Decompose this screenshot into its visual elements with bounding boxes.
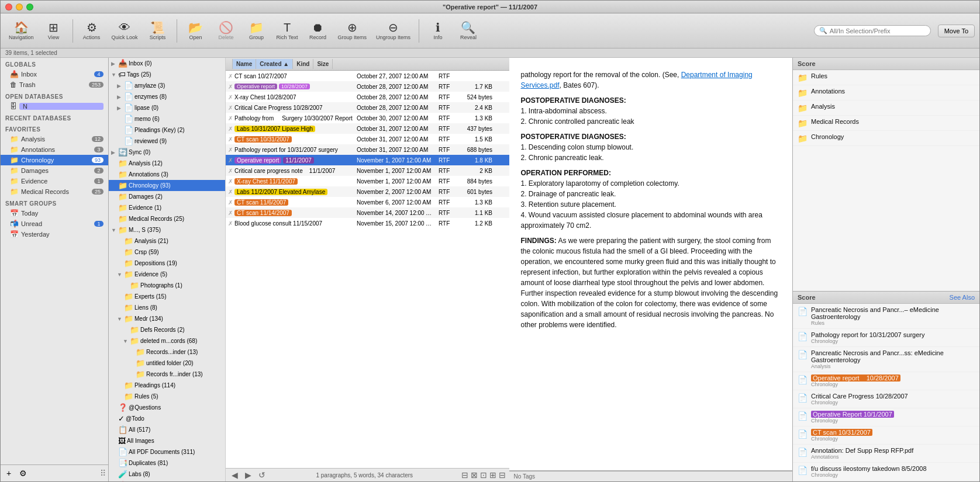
col-size[interactable]: Size bbox=[313, 59, 333, 69]
file-row[interactable]: ✗ Labs 10/31/2007 Lipase High October 31… bbox=[226, 123, 509, 134]
sidebar-item-annotations[interactable]: 📁 Annotations 3 bbox=[1, 144, 108, 155]
sidebar-item-yesterday[interactable]: 📅 Yesterday bbox=[1, 229, 108, 240]
tree-item-damages[interactable]: 📁 Damages (2) bbox=[109, 191, 225, 202]
nav-prev-button[interactable]: ◀ bbox=[229, 470, 240, 480]
see-also-item[interactable]: 📄 Pathology report for 10/31/2007 surger… bbox=[793, 329, 979, 347]
tree-item-allimages[interactable]: 🖼 All Images bbox=[109, 435, 225, 446]
search-bar[interactable]: 🔍 bbox=[814, 25, 931, 36]
file-row[interactable]: ✗ CT scan 11/14/2007 November 14, 2007 1… bbox=[226, 207, 509, 218]
tree-item-experts[interactable]: 📁 Experts (15) bbox=[109, 291, 225, 302]
ungroupitems-button[interactable]: ⊖ Ungroup Items bbox=[372, 16, 414, 46]
file-row[interactable]: ✗ Critical care progress note 11/1/2007 … bbox=[226, 165, 509, 176]
tree-item-medrecords[interactable]: 📁 Medical Records (25) bbox=[109, 213, 225, 224]
see-also-item[interactable]: 📄 Operative report 10/28/2007 Chronology bbox=[793, 372, 979, 390]
search-input[interactable] bbox=[830, 27, 923, 34]
tree-item-allpdfs[interactable]: 📄 All PDF Documents (311) bbox=[109, 446, 225, 457]
tree-item-defs[interactable]: 📁 Defs Records (2) bbox=[109, 324, 225, 335]
resize-handle[interactable]: ⠿ bbox=[100, 469, 106, 478]
view-toggle-2[interactable]: ⊠ bbox=[471, 470, 478, 480]
col-kind[interactable]: Kind bbox=[293, 59, 313, 69]
file-row[interactable]: ✗ CT scan 10/31/2007 October 31, 2007 12… bbox=[226, 134, 509, 144]
view-button[interactable]: ⊞ View bbox=[40, 16, 68, 46]
tree-item-tags[interactable]: ▼ 🏷 Tags (25) bbox=[109, 69, 225, 80]
sidebar-item-analysis[interactable]: 📁 Analysis 12 bbox=[1, 134, 108, 144]
see-also-item[interactable]: 📄 CT scan 10/31/2007 Chronology bbox=[793, 426, 979, 445]
tree-item-inbox[interactable]: ▶ 📥 Inbox (0) bbox=[109, 58, 225, 69]
nav-play-button[interactable]: ▶ bbox=[243, 470, 254, 480]
tree-item-untitled[interactable]: 📁 untitled folder (20) bbox=[109, 358, 225, 369]
sidebar-item-chronology[interactable]: 📁 Chronology 93 bbox=[1, 155, 108, 165]
tree-item-rules[interactable]: 📁 Rules (5) bbox=[109, 391, 225, 402]
record-button[interactable]: ⏺ Record bbox=[303, 16, 332, 46]
close-button[interactable] bbox=[5, 4, 12, 11]
actions-button[interactable]: ⚙ Actions bbox=[78, 16, 106, 46]
file-row[interactable]: ✗ Pathology from Surgery 10/30/2007 Repo… bbox=[226, 113, 509, 123]
see-also-item[interactable]: 📄 Pancreatic Necrosis and Pancr...– eMed… bbox=[793, 304, 979, 329]
tree-item-pleadings[interactable]: 📁 Pleadings (114) bbox=[109, 380, 225, 391]
file-row[interactable]: ✗ X-ray Chest 11/1/2007 November 1, 2007… bbox=[226, 176, 509, 186]
view-toggle-1[interactable]: ⊟ bbox=[461, 470, 468, 480]
tree-item-crsp[interactable]: 📁 Crsp (59) bbox=[109, 247, 225, 258]
sidebar-item-medrecords[interactable]: 📁 Medical Records 25 bbox=[1, 186, 108, 197]
tree-item-todo[interactable]: ✓ @Todo bbox=[109, 413, 225, 424]
tree-item-analysis[interactable]: 📁 Analysis (12) bbox=[109, 158, 225, 169]
file-row[interactable]: ✗ Critical Care Progress 10/28/2007 Octo… bbox=[226, 102, 509, 113]
tree-item-reviewed[interactable]: 📄 reviewed (9) bbox=[109, 136, 225, 147]
tree-item-deleted[interactable]: ▼ 📁 deleted m...cords (68) bbox=[109, 335, 225, 346]
doc-viewer[interactable]: pathology report for the removal of the … bbox=[509, 58, 793, 471]
add-group-button[interactable]: + bbox=[3, 467, 15, 479]
right-item-annotations[interactable]: 📁 Annotations bbox=[793, 85, 979, 100]
see-also-item[interactable]: 📄 Critical Care Progress 10/28/2007 Chro… bbox=[793, 390, 979, 408]
tree-item-photographs[interactable]: 📁 Photographs (1) bbox=[109, 280, 225, 291]
sidebar-item-today[interactable]: 📅 Today bbox=[1, 208, 108, 219]
tree-item-records-fr[interactable]: 📁 Records fr...inder (13) bbox=[109, 369, 225, 380]
tree-item-labs[interactable]: 🧪 Labs (8) bbox=[109, 469, 225, 480]
tree-item-enzymes[interactable]: ▶ 📄 enzymes (8) bbox=[109, 91, 225, 102]
right-item-medrecords-r[interactable]: 📁 Medical Records bbox=[793, 116, 979, 131]
file-row[interactable]: ✗ Pathology report for 10/31/2007 surger… bbox=[226, 144, 509, 155]
richtext-button[interactable]: T Rich Text bbox=[273, 16, 302, 46]
reveal-button[interactable]: 🔍 Reveal bbox=[454, 16, 482, 46]
tree-item-liens[interactable]: 📁 Liens (8) bbox=[109, 302, 225, 313]
sidebar-item-evidence[interactable]: 📁 Evidence 1 bbox=[1, 176, 108, 186]
see-also-item[interactable]: 📄 Pathology from Surgery 10/30/2007 Repo… bbox=[793, 481, 979, 481]
moveto-button[interactable]: Move To bbox=[938, 25, 975, 37]
view-toggle-4[interactable]: ⊞ bbox=[489, 470, 496, 480]
tree-item-ms[interactable]: ▼ 📁 M..., S (375) bbox=[109, 224, 225, 235]
tree-item-amylaze[interactable]: ▶ 📄 amylaze (3) bbox=[109, 80, 225, 91]
nav-refresh-button[interactable]: ↺ bbox=[256, 470, 268, 480]
col-created[interactable]: Created ▲ bbox=[256, 59, 293, 69]
tree-item-depositions[interactable]: 📁 Depositions (19) bbox=[109, 258, 225, 269]
tree-item-pleadings-key[interactable]: 📄 Pleadings (Key) (2) bbox=[109, 124, 225, 136]
col-name[interactable]: Name bbox=[233, 59, 256, 69]
minimize-button[interactable] bbox=[16, 4, 23, 11]
file-row[interactable]: ✗ Operative report 10/28/2007 October 28… bbox=[226, 81, 509, 92]
tree-item-lipase[interactable]: ▶ 📄 lipase (0) bbox=[109, 102, 225, 113]
file-row-selected[interactable]: ✗ Operative report 11/1/2007 November 1,… bbox=[226, 155, 509, 165]
scripts-button[interactable]: 📜 Scripts bbox=[144, 16, 172, 46]
tree-item-questions[interactable]: ❓ @Questions bbox=[109, 402, 225, 413]
file-row[interactable]: ✗ CT scan 11/6/2007 November 6, 2007 12:… bbox=[226, 197, 509, 207]
tree-item-memo[interactable]: 📄 memo (6) bbox=[109, 113, 225, 124]
file-row[interactable]: ✗ CT scan 10/27/2007 October 27, 2007 12… bbox=[226, 71, 509, 81]
maximize-button[interactable] bbox=[26, 4, 33, 11]
sidebar-item-inbox[interactable]: 📥 Inbox 4 bbox=[1, 69, 108, 79]
groupitems-button[interactable]: ⊕ Group Items bbox=[334, 16, 370, 46]
delete-button[interactable]: 🚫 Delete bbox=[212, 16, 240, 46]
group-button[interactable]: 📁 Group bbox=[243, 16, 271, 46]
open-button[interactable]: 📂 Open bbox=[182, 16, 210, 46]
see-also-link[interactable]: See Also bbox=[950, 294, 975, 301]
tree-item-radiology[interactable]: 🏥 Radiology (14) bbox=[109, 480, 225, 481]
see-also-item[interactable]: 📄 Annotation: Def Supp Resp RFP.pdf Anno… bbox=[793, 445, 979, 463]
sidebar-item-unread[interactable]: 📬 Unread 1 bbox=[1, 219, 108, 229]
right-item-rules[interactable]: 📁 Rules bbox=[793, 70, 979, 85]
tree-item-ms-analysis[interactable]: 📁 Analysis (21) bbox=[109, 235, 225, 247]
view-toggle-5[interactable]: ⊟ bbox=[499, 470, 506, 480]
file-row[interactable]: ✗ X-ray Chest 10/28/2007 October 28, 200… bbox=[226, 92, 509, 102]
nav-button[interactable]: 🏠 Navigation bbox=[5, 16, 37, 46]
right-item-analysis-r[interactable]: 📁 Analysis bbox=[793, 100, 979, 116]
see-also-item[interactable]: 📄 Pancreatic Necrosis and Pancr...ss: eM… bbox=[793, 347, 979, 372]
see-also-item[interactable]: 📄 f/u discuss ileostomy takedown 8/5/200… bbox=[793, 463, 979, 481]
view-toggle-3[interactable]: ⊡ bbox=[480, 470, 487, 480]
tree-item-medr[interactable]: ▼ 📁 Medr (134) bbox=[109, 313, 225, 324]
